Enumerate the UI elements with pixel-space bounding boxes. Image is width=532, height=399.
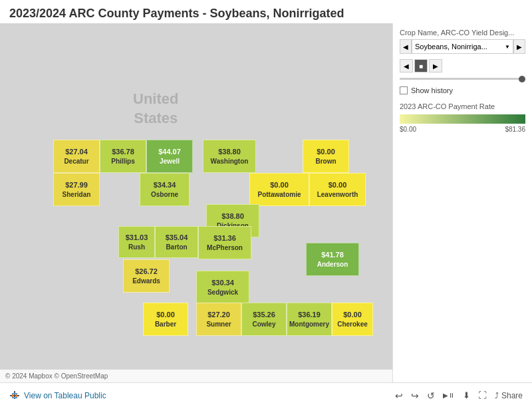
step-back-button[interactable]: ◀ [400,59,413,72]
county-amount: $36.19 [298,310,321,319]
county-jewell[interactable]: $44.07 Jewell [146,140,193,173]
redo-icon: ↪ [411,390,419,400]
county-phillips[interactable]: $36.78 Phillips [100,140,146,173]
county-brown[interactable]: $0.00 Brown [303,140,349,173]
county-amount: $41.78 [321,250,344,259]
county-amount: $31.36 [213,233,236,243]
play-button[interactable]: ▶⏸ [443,392,455,399]
stop-button[interactable]: ■ [414,59,428,72]
county-amount: $0.00 [156,310,175,319]
bottom-actions: ↩ ↪ ↺ ▶⏸ ⬇ ⛶ ⤴ Share [395,390,523,400]
timeline-slider[interactable] [400,78,525,80]
show-history-row: Show history [400,86,525,94]
county-leavenworth[interactable]: $0.00 Leavenworth [309,173,366,206]
play-icon: ▶⏸ [443,392,455,399]
county-pottawatomie[interactable]: $0.00 Pottawatomie [249,173,309,206]
county-amount: $34.34 [154,180,176,190]
svg-rect-4 [12,393,17,394]
slider-thumb [519,76,525,82]
next-arrow-icon: ▶ [517,43,522,51]
us-map-label: United States [133,90,178,128]
tableau-link[interactable]: View on Tableau Public [24,391,106,400]
county-barber[interactable]: $0.00 Barber [143,303,188,336]
legend-title: 2023 ARC-CO Payment Rate [400,102,525,110]
crop-dropdown[interactable]: Soybeans, Nonirriga... ▼ [412,39,513,54]
main-layout: United States $27.04 Decatur $36.78 Phil… [0,23,532,382]
legend-labels: $0.00 $81.36 [400,126,525,133]
legend-max: $81.36 [505,126,525,133]
county-amount: $0.00 [317,147,335,156]
county-sheridan[interactable]: $27.99 Sheridan [53,173,100,206]
main-container: 2023/2024 ARC County Payments - Soybeans… [0,0,532,399]
county-amount: $31.03 [126,233,148,242]
county-edwards[interactable]: $26.72 Edwards [123,259,170,293]
county-sumner[interactable]: $27.20 Sumner [196,303,241,336]
legend-gradient [400,114,525,124]
county-name: Decatur [64,157,88,166]
county-amount: $26.72 [135,267,158,276]
county-decatur[interactable]: $27.04 Decatur [53,140,100,173]
map-footer: © 2024 Mapbox © OpenStreetMap [0,369,392,382]
county-amount: $0.00 [270,180,289,190]
county-amount: $38.80 [218,147,241,156]
page-title: 2023/2024 ARC County Payments - Soybeans… [9,7,523,21]
county-name: McPherson [207,243,243,252]
county-name: Pottawatomie [257,190,301,199]
download-icon: ⬇ [463,390,470,399]
play-controls: ◀ ■ ▶ [400,59,525,72]
county-name: Leavenworth [317,190,358,199]
tableau-icon [9,390,20,400]
county-mcpherson[interactable]: $31.36 McPherson [198,226,251,259]
county-name: Montgomery [289,320,329,329]
map-background: United States $27.04 Decatur $36.78 Phil… [0,23,392,382]
map-area: United States $27.04 Decatur $36.78 Phil… [0,23,392,382]
county-amount: $0.00 [329,180,347,190]
share-icon: ⤴ [495,391,499,400]
prev-crop-button[interactable]: ◀ [400,39,412,54]
tableau-logo: View on Tableau Public [9,390,106,400]
county-washington[interactable]: $38.80 Washington [203,140,256,173]
prev-arrow-icon: ◀ [403,43,408,51]
dropdown-row: ◀ Soybeans, Nonirriga... ▼ ▶ [400,39,525,54]
svg-rect-5 [12,397,17,398]
county-name: Sumner [206,320,231,329]
county-montgomery[interactable]: $36.19 Montgomery [287,303,332,336]
county-cowley[interactable]: $35.26 Cowley [241,303,287,336]
county-barton[interactable]: $35.04 Barton [155,226,198,258]
undo-icon: ↩ [395,390,403,400]
county-name: Anderson [317,260,348,269]
undo-button[interactable]: ↩ [395,390,403,400]
county-name: Phillips [111,157,135,166]
show-history-label: Show history [411,86,453,94]
county-name: Cherokee [337,320,368,329]
show-history-checkbox[interactable] [400,86,408,94]
slider-row [400,78,525,80]
reset-button[interactable]: ↺ [427,390,435,400]
step-forward-icon: ▶ [433,63,438,70]
county-name: Brown [315,157,336,166]
county-name: Sheridan [63,190,91,199]
county-name: Sedgwick [207,288,238,297]
county-sedgwick[interactable]: $30.34 Sedgwick [196,271,249,304]
download-button[interactable]: ⬇ [463,390,470,399]
county-anderson[interactable]: $41.78 Anderson [306,243,359,276]
svg-rect-1 [10,395,19,396]
county-amount: $36.78 [112,147,134,156]
county-name: Washington [211,157,249,166]
expand-button[interactable]: ⛶ [478,390,487,399]
county-rush[interactable]: $31.03 Rush [118,226,155,258]
share-button[interactable]: ⤴ Share [495,391,523,400]
county-amount: $44.07 [158,147,181,156]
county-name: Rush [128,243,145,251]
county-name: Barton [166,243,187,251]
next-crop-button[interactable]: ▶ [513,39,525,54]
step-forward-button[interactable]: ▶ [429,59,442,72]
county-name: Osborne [151,190,178,199]
county-osborne[interactable]: $34.34 Osborne [140,173,190,206]
map-copyright: © 2024 Mapbox © OpenStreetMap [5,372,108,380]
county-name: Edwards [132,277,160,285]
redo-button[interactable]: ↪ [411,390,419,400]
expand-icon: ⛶ [478,390,487,399]
county-amount: $30.34 [211,278,234,287]
county-cherokee[interactable]: $0.00 Cherokee [332,303,373,336]
